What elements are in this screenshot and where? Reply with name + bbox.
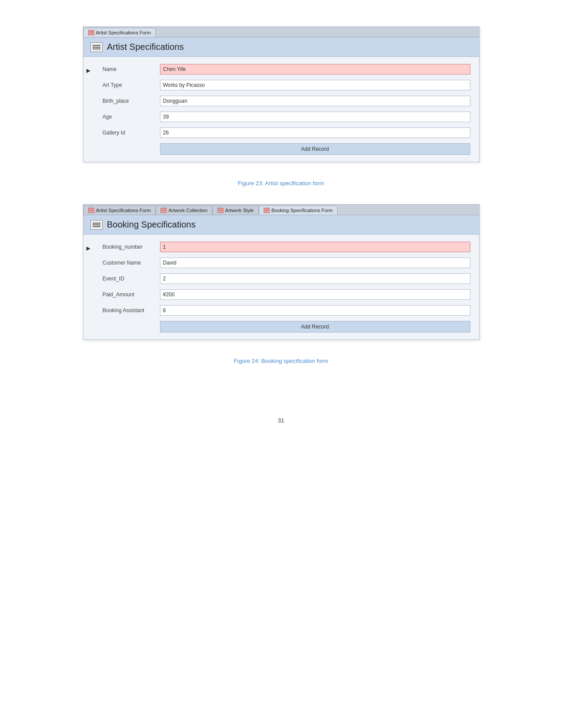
artist-form-header: Artist Specifications <box>83 37 479 57</box>
artist-form-fields: Name Chen Yife Art Type Works by Picasso… <box>94 64 479 155</box>
form-header-icon <box>90 42 103 52</box>
tab-artwork-style-label: Artwork Style <box>225 208 254 213</box>
label-birthplace: Birth_place <box>103 98 160 104</box>
add-record-row: Add Record <box>103 143 470 155</box>
tab-artwork-collection-label: Artwork Collection <box>168 208 208 213</box>
input-paid-amount[interactable]: ¥200 <box>160 289 470 300</box>
booking-form-header: Booking Specifications <box>83 215 479 235</box>
input-event-id[interactable]: 2 <box>160 273 470 284</box>
tab-booking-specs-label: Booking Specifications Form <box>272 208 333 213</box>
input-name[interactable]: Chen Yife <box>160 64 470 75</box>
tab-artist-specs-label: Artist Specifications Form <box>96 208 151 213</box>
booking-form-title: Booking Specifications <box>107 220 196 230</box>
label-galleryid: Gallery Id <box>103 130 160 136</box>
tab-icon-3 <box>217 208 223 213</box>
tab-booking-specs[interactable]: Booking Specifications Form <box>259 205 338 215</box>
figure24-caption: Figure 24: Booking specification form <box>234 358 328 364</box>
field-row-galleryid: Gallery Id 26 <box>103 127 470 138</box>
field-row-arttype: Art Type Works by Picasso <box>103 80 470 90</box>
field-row-customer-name: Customer Name David <box>103 258 470 268</box>
artist-form-title: Artist Specifications <box>107 42 184 52</box>
input-birthplace[interactable]: Dongguan <box>160 96 470 106</box>
label-arttype: Art Type <box>103 82 160 88</box>
field-row-name: Name Chen Yife <box>103 64 470 75</box>
artist-tab[interactable]: Artist Specifications Form <box>83 28 156 37</box>
tab-icon <box>88 30 94 35</box>
input-customer-name[interactable]: David <box>160 258 470 268</box>
artist-tab-label: Artist Specifications Form <box>96 30 151 35</box>
booking-add-record-button[interactable]: Add Record <box>160 321 470 332</box>
input-arttype[interactable]: Works by Picasso <box>160 80 470 90</box>
label-customer-name: Customer Name <box>103 260 160 266</box>
input-booking-number[interactable]: 1 <box>160 242 470 252</box>
tab-icon-4 <box>264 208 270 213</box>
label-booking-number: Booking_number <box>103 244 160 250</box>
booking-form-body: ▶ Booking_number 1 Customer Name David E… <box>83 235 479 340</box>
input-booking-assistant[interactable]: 6 <box>160 305 470 316</box>
input-galleryid[interactable]: 26 <box>160 127 470 138</box>
label-age: Age <box>103 114 160 120</box>
booking-form-fields: Booking_number 1 Customer Name David Eve… <box>94 242 479 332</box>
booking-add-record-row: Add Record <box>103 321 470 332</box>
input-age[interactable]: 39 <box>160 112 470 122</box>
artist-tab-bar: Artist Specifications Form <box>83 27 479 37</box>
label-booking-assistant: Booking Assistant <box>103 307 160 314</box>
record-indicator: ▶ <box>83 64 94 155</box>
field-row-event-id: Event_ID 2 <box>103 273 470 284</box>
field-row-paid-amount: Paid_Amount ¥200 <box>103 289 470 300</box>
label-event-id: Event_ID <box>103 276 160 282</box>
booking-tab-bar: Artist Specifications Form Artwork Colle… <box>83 205 479 215</box>
tab-artist-specs[interactable]: Artist Specifications Form <box>83 205 156 215</box>
booking-record-indicator: ▶ <box>83 242 94 332</box>
label-name: Name <box>103 66 160 72</box>
field-row-age: Age 39 <box>103 112 470 122</box>
tab-icon-2 <box>160 208 167 213</box>
field-row-booking-number: Booking_number 1 <box>103 242 470 252</box>
page-number: 31 <box>278 417 284 424</box>
add-record-button[interactable]: Add Record <box>160 143 470 155</box>
tab-artwork-collection[interactable]: Artwork Collection <box>156 205 212 215</box>
booking-form-header-icon <box>90 220 103 230</box>
field-row-booking-assistant: Booking Assistant 6 <box>103 305 470 316</box>
field-row-birthplace: Birth_place Dongguan <box>103 96 470 106</box>
page-content: Artist Specifications Form Artist Specif… <box>35 26 527 424</box>
label-paid-amount: Paid_Amount <box>103 291 160 298</box>
artist-form-body: ▶ Name Chen Yife Art Type Works by Picas… <box>83 57 479 162</box>
tab-artwork-style[interactable]: Artwork Style <box>212 205 259 215</box>
artist-form-container: Artist Specifications Form Artist Specif… <box>83 26 480 162</box>
booking-form-container: Artist Specifications Form Artwork Colle… <box>83 204 480 340</box>
figure23-caption: Figure 23: Artist specification form <box>238 180 324 187</box>
tab-icon-1 <box>88 208 94 213</box>
